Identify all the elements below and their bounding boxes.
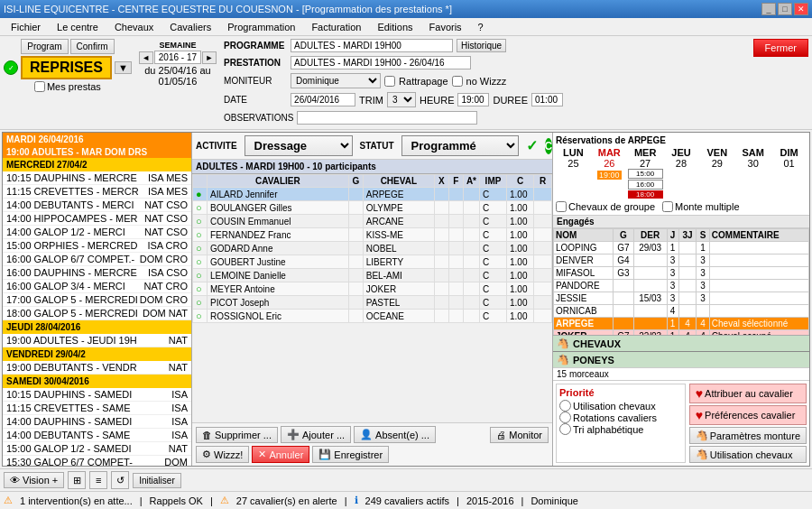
mes-prestas-checkbox[interactable] [34, 81, 45, 92]
right-panel: Réservations de ARPEGE LUN25 MAR 26 19:0… [552, 133, 809, 466]
statut-select[interactable]: Programmé [401, 135, 519, 156]
activite-select[interactable]: Dressage [245, 135, 353, 156]
statut-label: STATUT [360, 141, 394, 151]
engaged-row[interactable]: ORNICAB 4 [554, 305, 809, 318]
historique-btn[interactable]: Historique [457, 39, 506, 52]
list-item[interactable]: 10:15 DAUPHINS - SAMEDIISA [3, 388, 191, 402]
menu-programmation[interactable]: Programmation [220, 20, 302, 34]
list-item[interactable]: 11:15 CREVETTES - SAMEISA [3, 402, 191, 415]
ajouter-btn[interactable]: ➕ Ajouter ... [281, 426, 351, 443]
week-prev-btn[interactable]: ◄ [139, 51, 153, 64]
refresh-btn[interactable]: ↺ [111, 471, 129, 489]
eng-3j: 4 [678, 318, 697, 330]
participant-row[interactable]: ○ COUSIN Emmanuel ARCANE C 1.00 [193, 215, 552, 228]
participant-row[interactable]: ○ GOUBERT Justine LIBERTY C 1.00 [193, 255, 552, 269]
utilisation-btn[interactable]: 🐴 Utilisation chevaux [689, 446, 807, 463]
duree-input[interactable] [531, 93, 563, 106]
programme-input[interactable] [291, 39, 453, 52]
list-item[interactable]: 15:00 GALOP 1/2 - SAMEDINAT [3, 442, 191, 456]
initialiser-btn[interactable]: Initialiser [133, 473, 180, 488]
annuler-btn[interactable]: ✕ Annuler [252, 446, 309, 463]
engaged-row[interactable]: ARPEGE 1 4 4 Cheval sélectionné [554, 318, 809, 330]
list-item[interactable]: 14:00 DEBUTANTS - MERCINAT CSO [3, 199, 191, 212]
minimize-btn[interactable]: _ [761, 3, 776, 15]
participant-row[interactable]: ○ BOULANGER Gilles OLYMPE C 1.00 [193, 201, 552, 215]
engaged-row[interactable]: JESSIE 15/03 3 3 [554, 292, 809, 305]
participant-row[interactable]: ○ PICOT Joseph PASTEL C 1.00 [193, 296, 552, 310]
trim-select[interactable]: 3 [387, 92, 416, 107]
confirm-button[interactable]: Confirm [70, 39, 115, 54]
list-item[interactable]: 14:00 DAUPHINS - SAMEDIISA [3, 415, 191, 429]
date-input[interactable] [291, 93, 355, 106]
program-button[interactable]: Program [21, 39, 68, 54]
menu-help[interactable]: ? [471, 20, 491, 34]
priority-cavaliers-radio[interactable] [559, 412, 571, 423]
engaged-row[interactable]: LOOPING G7 29/03 1 1 [554, 242, 809, 255]
grid-view-btn[interactable]: ⊞ [68, 471, 86, 489]
list-item[interactable]: 14:00 GALOP 1/2 - MERCINAT CSO [3, 226, 191, 239]
menu-facturation[interactable]: Facturation [304, 20, 368, 34]
week-next-btn[interactable]: ► [202, 51, 217, 64]
menu-cavaliers[interactable]: Cavaliers [162, 20, 218, 34]
participant-row[interactable]: ● AILARD Jennifer ARPEGE C 1.00 [193, 188, 552, 201]
preferences-btn[interactable]: ♥ Préférences cavalier [689, 405, 807, 425]
eng-nom: ARPEGE [554, 318, 614, 330]
selected-session[interactable]: 19:00 ADULTES - MAR DOM DRS [3, 146, 191, 158]
prestation-input[interactable] [291, 56, 471, 69]
close-btn[interactable]: ✕ [794, 3, 808, 15]
check-icon: ✓ [526, 137, 538, 154]
list-item[interactable]: 18:00 GALOP 5 - MERCREDIDOM NAT [3, 307, 191, 320]
list-item[interactable]: 11:15 CREVETTES - MERCRISA MES [3, 185, 191, 199]
enregistrer-btn[interactable]: 💾 Enregistrer [312, 446, 389, 463]
reservations-title: Réservations de ARPEGE [556, 135, 807, 145]
engaged-row[interactable]: PANDORE 3 3 [554, 280, 809, 292]
heure-input[interactable] [457, 93, 489, 106]
vision-btn[interactable]: 👁 Vision + [4, 472, 64, 488]
engaged-row[interactable]: MIFASOL G3 3 3 [554, 267, 809, 280]
moniteur-select[interactable]: Dominique [291, 73, 381, 88]
fermer-button[interactable]: Fermer [753, 39, 808, 57]
participant-row[interactable]: ○ LEMOINE Danielle BEL-AMI C 1.00 [193, 269, 552, 282]
chevaux-groupe-checkbox[interactable] [556, 201, 567, 212]
list-item[interactable]: 15:30 GALOP 6/7 COMPET-DOM [3, 456, 191, 466]
dropdown-arrow[interactable]: ▼ [115, 61, 132, 74]
list-item[interactable]: 10:15 DAUPHINS - MERCREISA MES [3, 171, 191, 185]
observations-input[interactable] [297, 111, 477, 125]
absent-btn[interactable]: 👤 Absent(e) ... [354, 426, 436, 443]
list-view-btn[interactable]: ≡ [89, 471, 107, 489]
participant-row[interactable]: ○ MEYER Antoine JOKER C 1.00 [193, 282, 552, 296]
list-item[interactable]: 16:00 DAUPHINS - MERCREISA CSO [3, 266, 191, 280]
menu-chevaux[interactable]: Chevaux [107, 20, 161, 34]
list-item[interactable]: 14:00 DEBUTANTS - SAMEISA [3, 429, 191, 442]
parametres-btn[interactable]: 🐴 Paramètres monture [689, 427, 807, 444]
priority-chevaux-radio[interactable] [559, 400, 571, 412]
maximize-btn[interactable]: □ [778, 3, 792, 15]
list-item[interactable]: 14:00 HIPPOCAMPES - MERNAT CSO [3, 212, 191, 226]
participant-row[interactable]: ○ FERNANDEZ Franc KISS-ME C 1.00 [193, 228, 552, 242]
list-item[interactable]: 19:00 DEBUTANTS - VENDRNAT [3, 361, 191, 375]
list-item[interactable]: 16:00 GALOP 3/4 - MERCINAT CRO [3, 280, 191, 293]
menu-centre[interactable]: Le centre [50, 20, 106, 34]
menu-fichier[interactable]: Fichier [4, 20, 48, 34]
wizzz-btn[interactable]: ⚙ Wizzz! [196, 446, 249, 463]
date-label: DATE [224, 95, 287, 105]
reprises-button[interactable]: REPRISES [21, 56, 112, 79]
attribuer-btn[interactable]: ♥ Attribuer au cavalier [689, 384, 807, 403]
nowizzz-checkbox[interactable] [452, 76, 463, 87]
participant-row[interactable]: ○ ROSSIGNOL Eric OCEANE C 1.00 [193, 310, 552, 323]
menu-favoris[interactable]: Favoris [422, 20, 469, 34]
priority-alpha-radio[interactable] [559, 423, 571, 435]
supprimer-btn[interactable]: 🗑 Supprimer ... [196, 427, 278, 443]
row-r [534, 296, 552, 310]
monte-multiple-checkbox[interactable] [662, 201, 673, 212]
monitor-btn[interactable]: 🖨 Monitor [490, 427, 549, 443]
list-item[interactable]: 16:00 GALOP 6/7 COMPET.-DOM CRO [3, 253, 191, 266]
engaged-row[interactable]: DENVER G4 3 3 [554, 255, 809, 267]
menu-editions[interactable]: Editions [370, 20, 420, 34]
list-item[interactable]: 17:00 GALOP 5 - MERCREDIDOM CRO [3, 293, 191, 307]
participant-row[interactable]: ○ GODARD Anne NOBEL C 1.00 [193, 242, 552, 255]
list-item[interactable]: 15:00 ORPHIES - MERCREDISA CRO [3, 239, 191, 253]
list-item[interactable]: 19:00 ADULTES - JEUDI 19HNAT [3, 334, 191, 347]
rattrapage-checkbox[interactable] [384, 76, 395, 87]
row-check: ○ [193, 255, 208, 269]
